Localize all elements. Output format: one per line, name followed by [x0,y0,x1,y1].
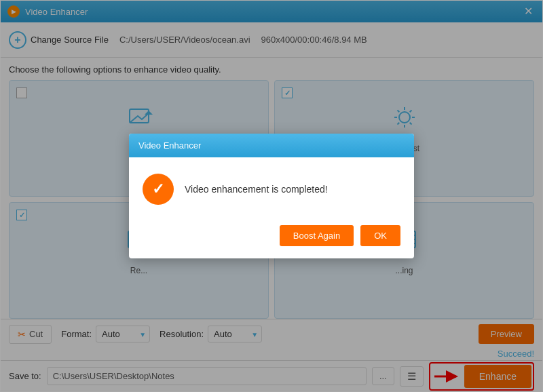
boost-again-button[interactable]: Boost Again [280,225,354,246]
modal-overlay: Video Enhancer ✓ Video enhancement is co… [1,1,542,391]
success-circle: ✓ [143,174,174,205]
modal-footer: Boost Again OK [129,218,414,258]
modal-header: Video Enhancer [129,134,414,157]
ok-button[interactable]: OK [360,225,400,246]
main-window: Video Enhancer ✕ + Change Source File C:… [0,0,543,392]
modal-message: Video enhancement is completed! [185,184,328,195]
modal-title: Video Enhancer [138,140,201,151]
checkmark-icon: ✓ [152,180,164,198]
modal-dialog: Video Enhancer ✓ Video enhancement is co… [129,134,414,258]
modal-body: ✓ Video enhancement is completed! [129,157,414,218]
